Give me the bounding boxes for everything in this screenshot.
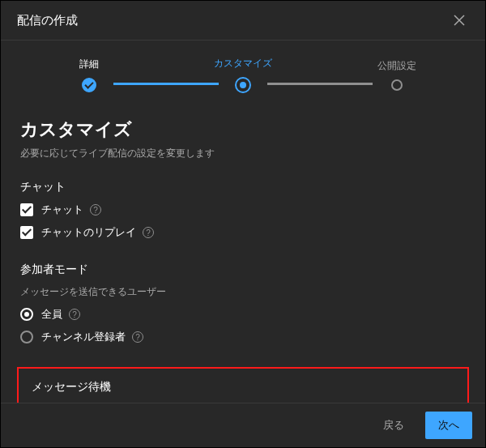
modal-header: 配信の作成 <box>1 1 485 41</box>
step-label: 詳細 <box>79 58 99 71</box>
radio-icon <box>20 331 33 343</box>
step-connector <box>113 83 219 85</box>
radio-participant-subscribers[interactable]: チャンネル登録者 ? <box>20 330 466 344</box>
help-icon[interactable]: ? <box>132 331 143 343</box>
step-details[interactable]: 詳細 <box>65 58 113 92</box>
close-button[interactable] <box>450 11 469 30</box>
checkbox-chat-replay[interactable]: チャットのリプレイ ? <box>20 225 466 240</box>
radio-label: 全員 <box>41 307 62 322</box>
back-button[interactable]: 戻る <box>370 412 417 439</box>
help-icon[interactable]: ? <box>143 227 154 238</box>
page-subtitle: 必要に応じてライブ配信の設定を変更します <box>20 147 466 160</box>
section-participant-sub: メッセージを送信できるユーザー <box>20 285 466 299</box>
message-wait-highlight: メッセージ待機 参加者がメッセージを送信できるようになるまで待機しなければならな… <box>17 367 469 403</box>
step-current-icon <box>235 77 251 93</box>
checkbox-icon <box>20 203 33 216</box>
create-stream-modal: 配信の作成 詳細 カスタマイズ 公開設定 カスタマイズ 必要に応じてライブ配信の… <box>0 0 486 448</box>
close-icon <box>453 14 466 27</box>
step-label: カスタマイズ <box>214 57 272 70</box>
checkbox-label: チャット <box>41 203 83 217</box>
checkbox-enable-chat[interactable]: チャット ? <box>20 203 466 217</box>
step-label: 公開設定 <box>377 59 416 73</box>
step-customize[interactable]: カスタマイズ <box>219 57 267 93</box>
section-participant-label: 参加者モード <box>20 262 466 277</box>
next-button[interactable]: 次へ <box>425 412 472 439</box>
radio-participant-all[interactable]: 全員 ? <box>20 307 466 322</box>
page-title: カスタマイズ <box>20 117 466 142</box>
step-connector <box>267 83 373 85</box>
step-pending-icon <box>391 79 403 91</box>
section-chat-label: チャット <box>20 180 466 194</box>
modal-title: 配信の作成 <box>17 13 78 28</box>
stepper: 詳細 カスタマイズ 公開設定 <box>20 57 466 93</box>
help-icon[interactable]: ? <box>69 309 80 320</box>
modal-footer: 戻る 次へ <box>1 403 485 447</box>
step-done-icon <box>82 78 96 92</box>
radio-icon <box>20 308 33 321</box>
radio-label: チャンネル登録者 <box>41 330 126 344</box>
modal-body: 詳細 カスタマイズ 公開設定 カスタマイズ 必要に応じてライブ配信の設定を変更し… <box>1 41 485 403</box>
step-visibility[interactable]: 公開設定 <box>373 59 421 91</box>
checkbox-label: チャットのリプレイ <box>41 225 136 240</box>
section-message-wait-label: メッセージ待機 <box>32 380 454 395</box>
checkbox-icon <box>20 226 33 239</box>
help-icon[interactable]: ? <box>90 204 101 215</box>
